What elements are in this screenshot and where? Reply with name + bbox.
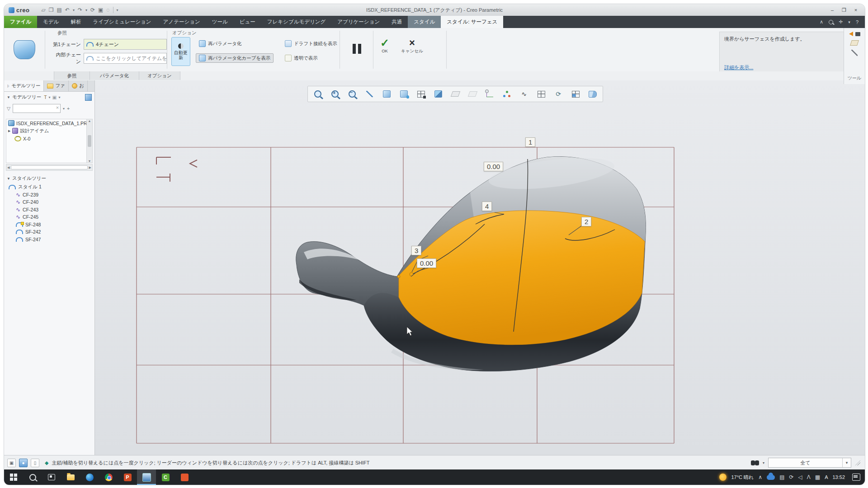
curve-endpoint[interactable] bbox=[397, 275, 400, 278]
scroll-down-icon[interactable]: ▼ bbox=[88, 160, 91, 163]
perspective-view-icon[interactable] bbox=[584, 87, 601, 101]
clear-search-icon[interactable]: × bbox=[56, 105, 59, 110]
tab-flexible-modeling[interactable]: フレキシブルモデリング bbox=[261, 16, 331, 28]
minimize-button[interactable]: – bbox=[827, 6, 838, 14]
style-tree-item-cf240[interactable]: ∿ CF-240 bbox=[4, 198, 94, 206]
view-manager-icon[interactable] bbox=[412, 87, 429, 101]
annotation-label-1[interactable]: 1 bbox=[525, 137, 535, 147]
annotation-label-4[interactable]: 4 bbox=[482, 202, 492, 211]
window-display-icon[interactable]: ▣ bbox=[98, 7, 103, 13]
tree-item-x0[interactable]: X-0 bbox=[6, 135, 92, 142]
style-tree-item-style1[interactable]: スタイル 1 bbox=[4, 183, 94, 191]
close-mode-icon[interactable]: ◌ bbox=[106, 7, 109, 13]
style-tree-item-cf243[interactable]: ∿ CF-243 bbox=[4, 206, 94, 214]
hidden-icons-chevron[interactable]: ∧ bbox=[758, 474, 762, 480]
style-tree-item-cf245[interactable]: ∿ CF-245 bbox=[4, 213, 94, 221]
ribbon-collapse-icon[interactable]: ∧ bbox=[820, 19, 823, 25]
reparameterize-button[interactable]: 再パラメータ化 bbox=[196, 39, 245, 48]
start-button[interactable] bbox=[4, 469, 23, 485]
sketch-icon[interactable] bbox=[851, 50, 858, 56]
open-file-icon[interactable]: ❐ bbox=[49, 7, 54, 13]
tray-shield-icon[interactable]: Ʌ bbox=[807, 474, 811, 480]
style-tree-item-sf242[interactable]: SF-242 bbox=[4, 228, 94, 236]
tray-sync-icon[interactable]: ⟳ bbox=[789, 474, 793, 480]
regen-status-icon[interactable]: ● bbox=[19, 459, 28, 467]
tab-analysis[interactable]: 解析 bbox=[65, 16, 87, 28]
creo-logo[interactable]: creo bbox=[4, 4, 35, 16]
tree-item-design-items[interactable]: ▶ 設計アイテム bbox=[6, 127, 92, 135]
tab-favorites[interactable]: お bbox=[69, 80, 88, 91]
inner-chain-collector[interactable]: ここをクリックしてアイテムを追... bbox=[84, 53, 167, 64]
ime-indicator[interactable]: A bbox=[825, 474, 828, 480]
powerpoint-icon[interactable]: P bbox=[118, 469, 137, 485]
tab-applications[interactable]: アプリケーション bbox=[331, 16, 386, 28]
scroll-thumb[interactable] bbox=[88, 135, 91, 147]
redo-icon[interactable]: ↷ bbox=[78, 7, 82, 13]
tray-keyboard-icon[interactable]: ▦ bbox=[815, 474, 820, 480]
tree-item-part[interactable]: ISDX_REFERENCE_DATA_1.PRT bbox=[6, 119, 92, 127]
annotation-label-3[interactable]: 3 bbox=[411, 246, 421, 255]
subtab-references[interactable]: 参照 bbox=[54, 71, 90, 80]
weather-text[interactable]: 17°C 晴れ bbox=[731, 474, 754, 481]
first-chain-collector[interactable]: 4チェーン bbox=[84, 39, 167, 50]
shaded-view-icon[interactable] bbox=[429, 87, 447, 101]
model-viewport[interactable] bbox=[95, 80, 865, 455]
tree-horizontal-scrollbar[interactable]: ◀ ▶ bbox=[6, 164, 93, 171]
taskbar-search-icon[interactable] bbox=[23, 469, 42, 485]
chrome-icon[interactable] bbox=[99, 469, 118, 485]
ok-button[interactable]: ✓ OK bbox=[380, 38, 389, 54]
redo-dropdown-icon[interactable]: ▾ bbox=[85, 8, 87, 12]
action-center-icon[interactable] bbox=[852, 474, 860, 481]
tree-settings-icon[interactable] bbox=[85, 94, 92, 101]
regenerate-icon[interactable]: ⟳ bbox=[90, 7, 95, 13]
save-icon[interactable]: ▤ bbox=[57, 7, 61, 13]
command-search-icon[interactable] bbox=[829, 20, 833, 24]
curvature-analysis-icon[interactable]: ∿ bbox=[515, 87, 533, 101]
tree-search-input[interactable]: × bbox=[13, 104, 61, 113]
qat-customize-icon[interactable]: ▾ bbox=[117, 8, 118, 12]
onedrive-icon[interactable] bbox=[767, 475, 775, 480]
show-transparent-button[interactable]: 透明で表示 bbox=[282, 53, 321, 63]
style-tree-item-sf247[interactable]: SF-247 bbox=[4, 236, 94, 244]
resize-grip[interactable] bbox=[855, 460, 860, 465]
curve-endpoint[interactable] bbox=[410, 272, 413, 276]
tray-files-icon[interactable]: ▤ bbox=[779, 474, 784, 480]
datum-display-icon[interactable] bbox=[447, 87, 464, 101]
tab-annotate[interactable]: アノテーション bbox=[157, 16, 206, 28]
tab-file[interactable]: ファイル bbox=[4, 16, 37, 28]
show-draft-connections-button[interactable]: ドラフト接続を表示 bbox=[282, 39, 340, 48]
file-explorer-icon[interactable] bbox=[61, 469, 80, 485]
close-button[interactable]: × bbox=[850, 6, 861, 14]
pause-button[interactable] bbox=[344, 39, 369, 59]
column-dropdown-icon[interactable]: ▾ bbox=[59, 95, 61, 99]
style-tree-item-sf248[interactable]: SF-248 bbox=[4, 221, 94, 229]
active-app-icon[interactable] bbox=[137, 469, 156, 485]
search-dropdown-icon[interactable]: ▾ bbox=[63, 107, 65, 111]
datum-plane-icon[interactable] bbox=[850, 40, 859, 46]
auto-update-toggle[interactable]: 自動更新 bbox=[171, 37, 190, 66]
show-details-link[interactable]: 詳細を表示... bbox=[724, 64, 753, 71]
filter-dropdown-icon[interactable]: ▾ bbox=[49, 95, 51, 99]
collapse-icon[interactable]: ▼ bbox=[7, 177, 10, 181]
pin-ribbon-icon[interactable]: ✛ bbox=[839, 19, 843, 25]
graphics-area[interactable]: ∿ ⟳ bbox=[95, 80, 865, 455]
tab-view[interactable]: ビュー bbox=[234, 16, 261, 28]
grid-display-icon[interactable] bbox=[533, 87, 550, 101]
app-icon-orange[interactable] bbox=[175, 469, 194, 485]
new-file-icon[interactable]: ▱ bbox=[41, 7, 45, 13]
help-icon[interactable]: ? bbox=[856, 19, 859, 25]
add-filter-icon[interactable]: + bbox=[67, 106, 70, 111]
tab-model-tree[interactable]: ⊦ モデルツリー bbox=[4, 80, 44, 91]
3d-dragger-icon[interactable] bbox=[498, 87, 515, 101]
zoom-refit-icon[interactable] bbox=[309, 87, 326, 101]
zoom-out-icon[interactable] bbox=[344, 87, 361, 101]
back-arrow-icon[interactable] bbox=[849, 32, 853, 36]
cancel-button[interactable]: × キャンセル bbox=[401, 38, 423, 54]
style-tree-item-cf239[interactable]: ∿ CF-239 bbox=[4, 191, 94, 199]
scroll-thumb[interactable] bbox=[11, 165, 87, 169]
expander-icon[interactable]: ▶ bbox=[8, 129, 10, 133]
find-dropdown-icon[interactable]: ▾ bbox=[763, 461, 764, 465]
window-panes-icon[interactable] bbox=[567, 87, 584, 101]
collapse-icon[interactable]: ▼ bbox=[7, 95, 10, 99]
weather-sun-icon[interactable] bbox=[719, 474, 726, 481]
